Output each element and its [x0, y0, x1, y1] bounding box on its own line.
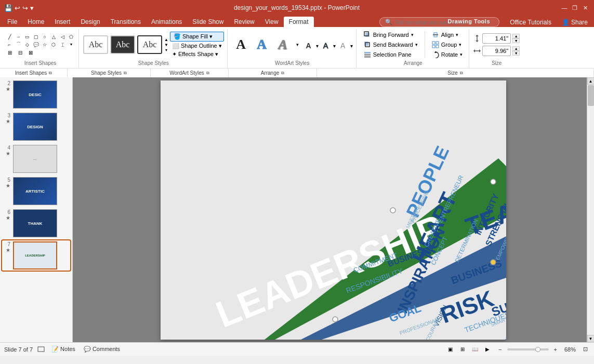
- outline-dropdown-icon[interactable]: ▾: [219, 43, 222, 49]
- rotate-dropdown[interactable]: ▾: [460, 52, 463, 57]
- height-spinner[interactable]: ▲ ▼: [512, 34, 520, 43]
- slide-thumb-4[interactable]: 4 ★ —: [2, 144, 70, 174]
- selection-pane-button[interactable]: Selection Pane: [361, 50, 421, 59]
- align-dropdown[interactable]: ▾: [456, 32, 458, 37]
- group-dropdown[interactable]: ▾: [459, 42, 461, 47]
- fit-slide-btn[interactable]: ⊡: [581, 345, 590, 354]
- text-box-tool[interactable]: ⊞: [5, 49, 15, 57]
- height-down[interactable]: ▼: [512, 38, 520, 43]
- canvas-area[interactable]: LEADERSHIP TEAMWORK HEART INSPIRATION BU…: [73, 77, 594, 342]
- align-button[interactable]: Align ▾: [429, 30, 466, 39]
- text-fill-btn[interactable]: A: [303, 40, 314, 51]
- slide-thumb-7[interactable]: 7 ★ LEADERSHIP: [2, 240, 70, 271]
- window-controls[interactable]: — ❐ ✕: [560, 4, 590, 12]
- slide-thumb-6[interactable]: 6 ★ THANK: [2, 208, 70, 238]
- tab-design[interactable]: Design: [75, 17, 105, 27]
- tab-file[interactable]: File: [2, 17, 22, 27]
- wordart-btn-1[interactable]: A: [232, 35, 250, 54]
- quick-access-toolbar[interactable]: 💾 ↩ ↪ ▾: [4, 4, 34, 12]
- insert-shapes-expand[interactable]: ⧉: [49, 71, 52, 76]
- zoom-slider[interactable]: [507, 348, 549, 350]
- effects-dropdown-icon[interactable]: ▾: [215, 51, 218, 58]
- undo-icon[interactable]: ↩: [15, 4, 20, 12]
- handle-rotate[interactable]: [491, 260, 496, 265]
- handle-tl[interactable]: [390, 208, 395, 213]
- tab-slideshow[interactable]: Slide Show: [187, 17, 229, 27]
- callout-tool[interactable]: 💬: [32, 41, 40, 48]
- round-rect-tool[interactable]: ▢: [32, 33, 40, 41]
- group-button[interactable]: Group ▾: [429, 40, 466, 49]
- line-tool[interactable]: ╱: [5, 33, 14, 41]
- style-down-arrow[interactable]: ▼: [164, 43, 168, 47]
- maximize-button[interactable]: ❐: [570, 4, 579, 12]
- scroll-up-arrow[interactable]: ▲: [587, 77, 595, 85]
- text-outline-btn[interactable]: A: [320, 40, 332, 51]
- width-up[interactable]: ▲: [512, 46, 520, 51]
- scroll-track[interactable]: [587, 85, 594, 335]
- style-swatch-2[interactable]: Abc: [110, 35, 135, 54]
- zoom-in-btn[interactable]: +: [552, 345, 559, 354]
- close-button[interactable]: ✕: [580, 4, 590, 12]
- shape-fill-button[interactable]: 🪣 Shape Fill ▾: [170, 32, 224, 42]
- shape-styles-expand[interactable]: ⧉: [124, 71, 127, 76]
- normal-view-btn[interactable]: ▣: [444, 345, 456, 354]
- customize-icon[interactable]: ▾: [30, 4, 34, 12]
- style-more[interactable]: ▾: [164, 48, 168, 52]
- shape-outline-button[interactable]: ⬜ Shape Outline ▾: [170, 42, 224, 50]
- tab-review[interactable]: Review: [229, 17, 259, 27]
- height-input[interactable]: [482, 33, 511, 44]
- redo-icon[interactable]: ↪: [22, 4, 28, 12]
- oval-tool[interactable]: ○: [41, 33, 49, 41]
- tab-transitions[interactable]: Transitions: [105, 17, 146, 27]
- tab-view[interactable]: View: [260, 17, 284, 27]
- style-swatch-3[interactable]: Abc: [137, 35, 162, 54]
- more-shapes[interactable]: ▾: [67, 41, 75, 48]
- scroll-thumb[interactable]: [588, 85, 594, 106]
- office-tutorials-button[interactable]: Office Tutorials: [506, 18, 556, 27]
- comments-button[interactable]: 💬 Comments: [82, 345, 122, 354]
- notes-button[interactable]: 📝 Notes: [49, 345, 77, 354]
- wordart-more-chevron[interactable]: ▾: [294, 41, 301, 48]
- handle-tr[interactable]: [491, 179, 496, 184]
- tab-format[interactable]: Format: [284, 17, 314, 27]
- width-down[interactable]: ▼: [512, 51, 520, 56]
- width-input[interactable]: [482, 46, 511, 56]
- arrange-tool[interactable]: ⊟: [16, 49, 25, 57]
- text-effects-btn[interactable]: A: [337, 40, 349, 51]
- send-backward-dropdown[interactable]: ▾: [415, 42, 418, 47]
- send-backward-button[interactable]: Send Backward ▾: [361, 40, 421, 49]
- rtri-tool[interactable]: ◁: [58, 33, 67, 41]
- rotate-button[interactable]: Rotate ▾: [429, 50, 466, 59]
- tab-animations[interactable]: Animations: [146, 17, 187, 27]
- shape-effects-button[interactable]: ✦ Effects Shape ▾: [170, 50, 224, 58]
- tab-home[interactable]: Home: [22, 17, 49, 27]
- penta-tool[interactable]: ⬠: [67, 33, 75, 41]
- tri-tool[interactable]: △: [49, 33, 58, 41]
- size-expand[interactable]: ⧉: [460, 71, 463, 76]
- vertical-scrollbar[interactable]: ▲ ▼: [587, 77, 594, 342]
- fill-dropdown-icon[interactable]: ▾: [209, 33, 213, 40]
- diamond-tool[interactable]: ◇: [23, 41, 31, 48]
- bracket-tool[interactable]: ⌶: [58, 41, 67, 48]
- bring-forward-button[interactable]: Bring Forward ▾: [361, 30, 421, 39]
- style-up-arrow[interactable]: ▲: [164, 37, 168, 42]
- connector-tool[interactable]: ⌐: [5, 41, 14, 48]
- scroll-down-arrow[interactable]: ▼: [587, 335, 595, 342]
- minimize-button[interactable]: —: [560, 4, 569, 12]
- tab-insert[interactable]: Insert: [49, 17, 75, 27]
- slide-sorter-btn[interactable]: ⊞: [457, 345, 468, 354]
- convert-tool[interactable]: ⊠: [26, 49, 35, 57]
- arrange-expand[interactable]: ⧉: [281, 71, 284, 76]
- width-spinner[interactable]: ▲ ▼: [512, 46, 520, 56]
- star-tool[interactable]: ☆: [41, 41, 49, 48]
- slideshow-btn[interactable]: ▶: [482, 345, 493, 354]
- curve-tool[interactable]: ⌒: [14, 41, 22, 48]
- slide-thumb-3[interactable]: 3 ★ DESIGN: [2, 112, 70, 142]
- zoom-level-btn[interactable]: 68%: [562, 345, 578, 354]
- style-swatch-1[interactable]: Abc: [83, 35, 108, 54]
- slide-thumb-5[interactable]: 5 ★ ARTISTIC: [2, 176, 70, 206]
- reading-view-btn[interactable]: 📖: [469, 345, 481, 354]
- wordart-btn-3[interactable]: A: [273, 35, 292, 54]
- height-up[interactable]: ▲: [512, 34, 520, 38]
- handle-bl[interactable]: [333, 317, 338, 322]
